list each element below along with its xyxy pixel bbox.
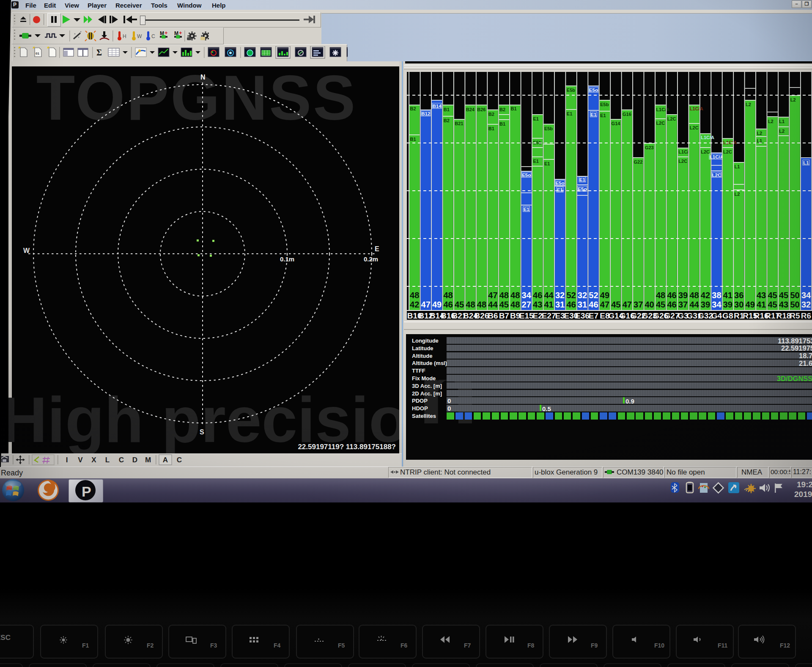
svg-text:44: 44 <box>689 300 699 309</box>
svg-text:B26: B26 <box>477 107 486 112</box>
svg-text:X: X <box>91 456 96 464</box>
svg-text:L1: L1 <box>779 119 785 124</box>
svg-text:E1: E1 <box>579 177 586 182</box>
svg-text:E1: E1 <box>600 113 606 118</box>
svg-text:47: 47 <box>600 300 609 309</box>
svg-text:B2: B2 <box>499 107 505 112</box>
svg-text:E1: E1 <box>557 187 563 192</box>
svg-text:L2: L2 <box>746 102 751 107</box>
svg-text:M: M <box>145 456 151 464</box>
svg-text:E1: E1 <box>533 116 539 121</box>
svg-text:G27: G27 <box>664 311 680 320</box>
svg-text:B1: B1 <box>444 107 450 112</box>
svg-text:C: C <box>177 456 182 464</box>
svg-text:G16: G16 <box>623 112 631 117</box>
svg-text:G4: G4 <box>711 311 722 320</box>
svg-text:E: E <box>375 245 379 253</box>
svg-text:L1C/A: L1C/A <box>723 140 737 145</box>
svg-text:45: 45 <box>779 291 788 300</box>
svg-text:41: 41 <box>544 300 553 309</box>
svg-text:01: 01 <box>36 52 39 55</box>
svg-text:41: 41 <box>723 291 732 300</box>
svg-text:45: 45 <box>768 291 777 300</box>
svg-text:L2C: L2C <box>656 121 665 126</box>
svg-text:48: 48 <box>689 291 699 300</box>
svg-text:B2: B2 <box>488 112 494 117</box>
svg-text:0.1m: 0.1m <box>280 255 294 263</box>
svg-text:G23: G23 <box>645 145 654 150</box>
svg-text:L1C/A: L1C/A <box>701 135 714 140</box>
svg-text:L1C/A: L1C/A <box>710 154 724 159</box>
svg-text:46: 46 <box>589 300 598 309</box>
svg-text:L2C: L2C <box>712 173 721 178</box>
svg-text:L2C: L2C <box>690 125 699 130</box>
svg-text:L1: L1 <box>757 138 762 143</box>
svg-text:E5b: E5b <box>544 126 553 131</box>
svg-text:31: 31 <box>555 300 565 309</box>
svg-text:46: 46 <box>533 291 542 300</box>
svg-text:48: 48 <box>510 300 520 309</box>
svg-text:L2: L2 <box>768 119 774 124</box>
svg-text:46: 46 <box>443 300 453 309</box>
svg-text:E15: E15 <box>519 311 534 320</box>
svg-text:L2: L2 <box>757 131 762 136</box>
svg-text:L1C/A: L1C/A <box>690 106 703 111</box>
svg-text:43: 43 <box>757 291 766 300</box>
svg-text:E5b: E5b <box>600 102 609 107</box>
svg-text:L2: L2 <box>735 192 740 197</box>
svg-text:34: 34 <box>522 291 532 300</box>
svg-text:L2C: L2C <box>723 149 732 154</box>
svg-text:H: H <box>123 33 126 39</box>
svg-text:L2C: L2C <box>678 159 687 164</box>
svg-text:42: 42 <box>701 291 710 300</box>
svg-text:40: 40 <box>645 300 654 309</box>
svg-text:B2: B2 <box>410 106 416 111</box>
svg-text:E5o: E5o <box>522 173 531 178</box>
svg-text:I: I <box>66 456 68 464</box>
svg-text:32: 32 <box>578 291 587 300</box>
svg-text:W: W <box>137 33 142 39</box>
svg-text:E36: E36 <box>575 311 590 320</box>
svg-text:R5: R5 <box>790 311 800 320</box>
svg-text:50: 50 <box>790 291 799 300</box>
svg-text:L1C/A: L1C/A <box>656 107 669 112</box>
svg-text:B24: B24 <box>466 107 475 112</box>
svg-text:22.59197119? 113.89175188?: 22.59197119? 113.89175188? <box>298 443 396 451</box>
svg-text:32: 32 <box>801 300 811 309</box>
svg-text:52: 52 <box>566 291 576 300</box>
svg-text:B2: B2 <box>444 118 450 123</box>
svg-text:L2: L2 <box>779 129 785 134</box>
svg-text:E1: E1 <box>567 111 572 116</box>
svg-text:E27: E27 <box>542 311 556 320</box>
svg-text:S: S <box>200 428 204 436</box>
svg-text:45: 45 <box>499 300 509 309</box>
svg-text:A: A <box>163 456 168 464</box>
svg-text:43: 43 <box>779 300 788 309</box>
svg-text:B12: B12 <box>421 111 430 116</box>
svg-text:G32: G32 <box>698 311 713 320</box>
svg-text:C: C <box>119 456 124 464</box>
svg-text:0.2m: 0.2m <box>364 255 378 263</box>
svg-text:48: 48 <box>499 291 509 300</box>
svg-text:D: D <box>132 456 137 464</box>
svg-text:L1: L1 <box>735 164 740 169</box>
svg-text:48: 48 <box>510 291 520 300</box>
svg-text:45: 45 <box>611 300 620 309</box>
svg-text:37: 37 <box>634 300 643 309</box>
svg-text:39: 39 <box>701 300 710 309</box>
svg-text:48: 48 <box>656 291 665 300</box>
svg-text:N: N <box>200 74 206 81</box>
svg-text:48: 48 <box>477 300 486 309</box>
svg-text:B1: B1 <box>410 137 416 142</box>
svg-text:B21: B21 <box>455 121 463 126</box>
svg-text:49: 49 <box>600 291 609 300</box>
svg-text:46: 46 <box>667 291 676 300</box>
svg-text:E3: E3 <box>555 311 565 320</box>
svg-text:47: 47 <box>623 300 632 309</box>
svg-text:B7: B7 <box>499 311 509 320</box>
svg-text:E1: E1 <box>524 207 530 212</box>
svg-text:44: 44 <box>488 300 498 309</box>
svg-text:L1: L1 <box>803 160 809 165</box>
svg-text:B1: B1 <box>488 126 494 131</box>
svg-text:45: 45 <box>656 300 665 309</box>
